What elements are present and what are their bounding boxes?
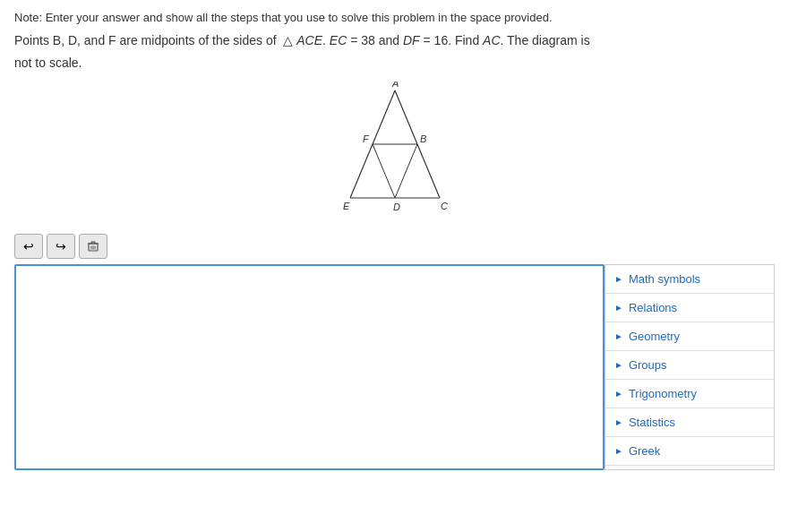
problem-line1: Points B, D, and F are midpoints of the …	[14, 31, 775, 50]
arrow-icon-statistics: ►	[614, 417, 623, 427]
symbol-item-relations[interactable]: ► Relations	[605, 294, 774, 322]
main-container: Note: Enter your answer and show all the…	[0, 0, 789, 470]
redo-button[interactable]: ↪	[47, 234, 75, 259]
symbol-label-relations: Relations	[629, 301, 677, 314]
symbol-label-math: Math symbols	[629, 272, 700, 286]
trash-icon	[87, 240, 99, 253]
symbol-item-groups[interactable]: ► Groups	[605, 351, 774, 380]
clear-button[interactable]	[79, 234, 107, 259]
label-f: F	[363, 133, 370, 144]
arrow-icon-geometry: ►	[614, 331, 623, 341]
svg-line-3	[395, 144, 417, 198]
arrow-icon-math: ►	[614, 274, 623, 284]
symbol-label-statistics: Statistics	[629, 416, 675, 429]
label-a: A	[391, 82, 399, 89]
arrow-icon-greek: ►	[614, 446, 623, 456]
svg-line-4	[373, 144, 395, 198]
triangle-svg: A E C B D F	[323, 82, 467, 225]
symbol-label-greek: Greek	[629, 444, 660, 458]
diagram-area: A E C B D F	[14, 82, 775, 225]
symbol-label-groups: Groups	[629, 358, 667, 372]
symbols-scroll-area[interactable]: ► Math symbols ► Relations ► Geometry ► …	[605, 265, 774, 469]
symbol-item-geometry[interactable]: ► Geometry	[605, 322, 774, 351]
bottom-area: ► Math symbols ► Relations ► Geometry ► …	[14, 264, 775, 470]
symbol-label-trigonometry: Trigonometry	[629, 387, 697, 400]
undo-button[interactable]: ↩	[14, 234, 43, 259]
label-e: E	[343, 201, 350, 211]
problem-line2: not to scale.	[14, 54, 775, 73]
arrow-icon-groups: ►	[614, 360, 623, 370]
arrow-icon-relations: ►	[614, 303, 623, 313]
symbols-panel: ► Math symbols ► Relations ► Geometry ► …	[605, 264, 775, 470]
arrow-icon-trigonometry: ►	[614, 389, 623, 399]
label-c: C	[441, 201, 448, 211]
symbol-item-greek[interactable]: ► Greek	[605, 437, 774, 466]
toolbar: ↩ ↪	[14, 234, 775, 259]
answer-input[interactable]	[14, 264, 605, 470]
label-d: D	[393, 202, 400, 212]
symbol-item-statistics[interactable]: ► Statistics	[605, 408, 774, 437]
symbol-label-geometry: Geometry	[629, 330, 680, 343]
label-b: B	[420, 133, 426, 144]
note-text: Note: Enter your answer and show all the…	[14, 11, 775, 24]
symbol-item-trigonometry[interactable]: ► Trigonometry	[605, 380, 774, 408]
symbol-item-math[interactable]: ► Math symbols	[605, 265, 774, 294]
